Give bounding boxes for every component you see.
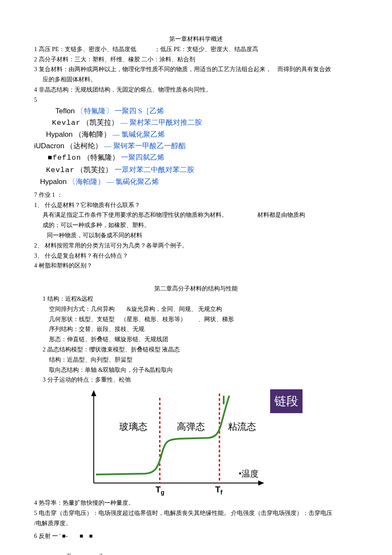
kevlar-desc: — 聚村苯二甲酰对推二胺	[121, 118, 202, 127]
label-glass: 玻璃态	[119, 421, 147, 432]
s5a: 5 电击穿（击穿电压）：电场强度超过临界值时，电解质丧失其绝缘性能。 介电强度（…	[34, 508, 358, 518]
s1b: 几何形状：线型、支链型 （星形、梳形、枝形等） 、网状、梯形	[34, 314, 358, 325]
dacron-name: iUDacron	[34, 142, 64, 150]
phase-diagram: 链段 玻璃态 高弹态 粘流态 •温度 Tg Tf	[77, 389, 298, 496]
q1b: 成的；可以一种或多种，如橡胶、塑料。	[34, 220, 358, 230]
hypalon-desc: — 氯碱化聚乙烯	[112, 130, 165, 138]
diagram-svg: 玻璃态 高弹态 粘流态 •温度 Tg Tf	[77, 389, 298, 496]
badge-chain-segment: 链段	[270, 389, 303, 413]
s4: 4 热导率：热量扩散快慢的一种量度。	[34, 498, 358, 508]
chapter-1-title: 第一章材料科学概述	[34, 34, 358, 44]
teflon2-desc: 一聚四弑乙烯	[121, 153, 164, 161]
s1c: 序列结构：交替、嵌段、接枝、无规	[34, 324, 358, 334]
q3: 3、 什么是复合材料？有什么特点？	[34, 251, 358, 261]
label-rubber: 高弹态	[177, 421, 205, 432]
q1: 1、 什么是材料？它和物质有什么联系？	[34, 200, 358, 210]
teflon2-cn: （特氟隆）	[83, 153, 119, 161]
kevlar2-desc: 一眾对苯二中酰对苯二胺	[115, 166, 194, 174]
dacron-desc: — 聚钶苯一甲酸乙一醇酯	[104, 142, 185, 150]
s2b: 取向态结构：单轴 &双轴取向，分子&晶粒取向	[34, 365, 358, 375]
s1a: 空间排列方式：几何异构 &旋光异构，全同、间规、 无规立构	[34, 304, 358, 314]
s3: 3 分子运动的特点：多重性、松弛	[34, 375, 358, 385]
hypalon2-name: Hypalon	[40, 178, 66, 186]
kevlar-name: Kevlar	[52, 119, 81, 127]
hypalon2-cn: 〔海帕隆）	[69, 178, 105, 186]
s1: 1 结构：近程&远程	[34, 294, 358, 304]
label-flow: 粘流态	[228, 421, 256, 432]
q1a: 具有满足指定工作条件下使用要求的形态和物理性状的物质称为材料。 材料都是由物质构	[34, 210, 358, 220]
ch1-p5: 5	[34, 95, 358, 105]
ch1-p1: 1 高压 PE：支链多、密度小、结晶度低 ；低压 PE：支链少、密度大、结晶度高	[34, 44, 358, 55]
kevlar-cn: （凯芙拉）	[82, 118, 118, 127]
kevlar2-cn: （凯芙拉）	[76, 166, 112, 174]
svg-marker-2	[91, 390, 96, 396]
teflon-desc: 一聚四 S［乙烯	[115, 107, 164, 115]
hypalon2-desc: — 氯碣化聚乙烯	[107, 178, 159, 186]
terms-block: Teflon 〔特氟隆〕 一聚四 S［乙烯 Kevlar （凯芙拉） — 聚村苯…	[34, 105, 358, 187]
s5b: /电解质厚度。	[34, 518, 358, 529]
s6a: 6 反射 一 ' ■- ■ ■	[34, 531, 358, 541]
s2a: 结构：近晶型、向列型、胆甾型	[34, 355, 358, 365]
q4: 4 树脂和塑料的区别？	[34, 261, 358, 271]
teflon-name: Teflon	[55, 107, 75, 115]
dacron-cn: （达柯纶）	[66, 142, 102, 150]
q1c: 同一种物质，可以制备成不同的材料	[34, 230, 358, 241]
s6b: K — ----------?	[34, 541, 358, 555]
hypalon-name: Hypalon	[46, 130, 72, 138]
s1d: 形态：伸直链、折叠链、螺旋形链、无规线团	[34, 334, 358, 345]
svg-text:Tf: Tf	[215, 485, 222, 496]
hypalon-cn: （海帕降）	[75, 130, 111, 138]
svg-marker-3	[258, 480, 264, 486]
ch1-p3a: 3 复合材料：由两种或两种以上，物理化学性质不同的物质，用适当的工艺方法组合起来…	[34, 64, 358, 75]
ch1-p3b: 应的多相固体材料。	[34, 75, 358, 85]
teflon2-name: ■feflon	[48, 154, 81, 162]
kevlar2-name: Kevlar	[46, 166, 75, 174]
ch1-p4: 4 非晶态结构：无规线团结构，无固定的熔点、物理性质各向同性。	[34, 85, 358, 95]
ch1-p7: 7 作业 1 ：	[34, 190, 358, 200]
ch1-p2: 2 高分子材料：三大：塑料、纤维、橡胶 二小：涂料、粘合剂	[34, 55, 358, 65]
chapter-2-title: 第二章高分子材料的结构与性能	[34, 284, 358, 294]
svg-text:Tg: Tg	[156, 485, 164, 496]
s2: 2 晶态结构模型：缨状微束模型、折叠链模型 液晶态	[34, 345, 358, 355]
teflon-cn: 〔特氟隆〕	[77, 107, 113, 115]
q2: 2、 材料按照常用的分类方法可分为几类？各举两个例子。	[34, 241, 358, 251]
label-temp: •温度	[239, 469, 259, 478]
